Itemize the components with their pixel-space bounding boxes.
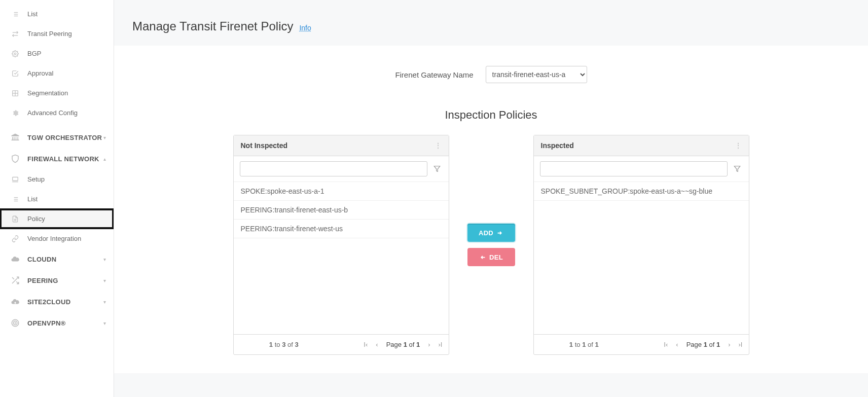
panel-body: SPOKE_SUBNET_GROUP:spoke-east-us-a~~sg-b… — [534, 182, 749, 334]
page-first-button[interactable]: I‹ — [662, 340, 670, 349]
link-icon — [9, 235, 21, 242]
inspected-panel: Inspected ⋮ SPOKE_SUBNET_GROUP:spoke-eas… — [533, 135, 749, 355]
chevron-down-icon: ▾ — [103, 278, 106, 283]
transfer-buttons: ADD ➜ ➜ DEL — [467, 135, 515, 355]
drag-handle-icon[interactable]: ⋮ — [435, 141, 442, 150]
shuffle-icon — [9, 276, 21, 285]
sidebar-item-setup[interactable]: Setup — [0, 169, 114, 189]
sidebar-section-tgw-orchestrator[interactable]: TGW ORCHESTRATOR ▾ — [0, 127, 114, 148]
sidebar-item-label: Advanced Config — [27, 109, 106, 117]
sidebar-item-label: Approval — [27, 69, 106, 77]
del-button[interactable]: ➜ DEL — [467, 248, 515, 266]
panel-header: Not Inspected ⋮ — [234, 135, 449, 156]
sidebar-item-list[interactable]: List — [0, 4, 114, 24]
drag-handle-icon[interactable]: ⋮ — [735, 141, 742, 150]
page-indicator: Page 1 of 1 — [684, 340, 722, 349]
page-indicator: Page 1 of 1 — [384, 340, 422, 349]
page-next-button[interactable]: › — [726, 340, 732, 349]
sidebar-section-cloudn[interactable]: CLOUDN ▾ — [0, 248, 114, 270]
chevron-down-icon: ▾ — [103, 299, 106, 305]
page-title: Manage Transit Firenet Policy — [132, 19, 293, 33]
sidebar-item-fw-list[interactable]: List — [0, 189, 114, 209]
sidebar-item-label: Setup — [27, 175, 106, 183]
info-link[interactable]: Info — [299, 24, 311, 32]
chevron-up-icon: ▴ — [103, 156, 106, 162]
sidebar-section-label: FIREWALL NETWORK — [27, 155, 103, 163]
sidebar-section-firewall-network[interactable]: FIREWALL NETWORK ▴ — [0, 148, 114, 169]
laptop-icon — [9, 176, 21, 183]
range-text: 1 to 1 of 1 — [569, 341, 599, 348]
sidebar-section-label: CLOUDN — [27, 256, 103, 263]
pager: I‹ ‹ Page 1 of 1 › ›I — [361, 340, 444, 349]
list-item[interactable]: PEERING:transit-firenet-west-us — [234, 220, 449, 238]
sidebar-item-label: Segmentation — [27, 89, 106, 97]
gateway-select[interactable]: transit-firenet-east-us-a — [486, 66, 587, 83]
panel-title: Inspected — [541, 141, 574, 150]
list-item[interactable]: PEERING:transit-firenet-east-us-b — [234, 201, 449, 220]
cloud-up-icon — [9, 297, 21, 306]
sidebar-item-advanced-config[interactable]: Advanced Config — [0, 103, 114, 123]
gear-outline-icon — [9, 50, 21, 57]
filter-input-left[interactable] — [240, 161, 427, 176]
sidebar-item-vendor-integration[interactable]: Vendor Integration — [0, 229, 114, 248]
policies-row: Not Inspected ⋮ SPOKE:spoke-east-us-a-1 … — [132, 135, 850, 355]
page-prev-button[interactable]: ‹ — [374, 340, 380, 349]
chevron-down-icon: ▾ — [103, 257, 106, 262]
target-icon — [9, 318, 21, 328]
page-last-button[interactable]: ›I — [737, 340, 745, 349]
sidebar-item-label: BGP — [27, 50, 106, 57]
arrow-right-icon: ➜ — [496, 229, 503, 236]
list-item[interactable]: SPOKE:spoke-east-us-a-1 — [234, 182, 449, 201]
sidebar-item-policy[interactable]: Policy — [0, 209, 114, 229]
sidebar-section-label: PEERING — [27, 277, 103, 284]
page-first-button[interactable]: I‹ — [361, 340, 370, 349]
arrow-left-icon: ➜ — [479, 254, 486, 261]
add-button[interactable]: ADD ➜ — [467, 224, 515, 242]
sidebar-item-approval[interactable]: Approval — [0, 63, 114, 83]
sidebar-section-peering[interactable]: PEERING ▾ — [0, 270, 114, 291]
sidebar-item-label: Policy — [27, 215, 106, 223]
section-title: Inspection Policies — [132, 109, 850, 122]
page-last-button[interactable]: ›I — [437, 340, 445, 349]
svg-marker-27 — [734, 166, 740, 172]
filter-input-right[interactable] — [540, 161, 728, 176]
sidebar-item-segmentation[interactable]: Segmentation — [0, 83, 114, 103]
panel-title: Not Inspected — [241, 141, 288, 150]
list-item[interactable]: SPOKE_SUBNET_GROUP:spoke-east-us-a~~sg-b… — [534, 182, 749, 201]
sidebar-section-label: OPENVPN® — [27, 319, 103, 327]
gateway-selector-row: Firenet Gateway Name transit-firenet-eas… — [132, 66, 850, 83]
panel-header: Inspected ⋮ — [534, 135, 749, 156]
sidebar-item-transit-peering[interactable]: Transit Peering — [0, 24, 114, 44]
sidebar-item-label: Vendor Integration — [27, 235, 106, 242]
svg-line-22 — [12, 277, 14, 279]
svg-point-25 — [15, 322, 16, 323]
not-inspected-panel: Not Inspected ⋮ SPOKE:spoke-east-us-a-1 … — [233, 135, 449, 355]
document-icon — [9, 215, 21, 223]
chevron-down-icon: ▾ — [103, 135, 106, 140]
shield-icon — [9, 154, 21, 163]
page-next-button[interactable]: › — [426, 340, 432, 349]
sidebar-item-label: List — [27, 10, 106, 18]
filter-icon[interactable] — [732, 163, 743, 174]
sidebar-section-label: SITE2CLOUD — [27, 298, 103, 306]
gateway-label: Firenet Gateway Name — [395, 70, 473, 79]
list-icon — [9, 196, 21, 203]
del-button-label: DEL — [489, 254, 503, 261]
sidebar-item-label: Transit Peering — [27, 30, 106, 38]
panel-footer: 1 to 3 of 3 I‹ ‹ Page 1 of 1 › ›I — [234, 334, 449, 354]
sidebar: List Transit Peering BGP Approval Segmen… — [0, 0, 114, 397]
panel-footer: 1 to 1 of 1 I‹ ‹ Page 1 of 1 › ›I — [534, 334, 749, 354]
list-icon — [9, 11, 21, 18]
chevron-down-icon: ▾ — [103, 320, 106, 326]
svg-marker-26 — [434, 166, 440, 172]
sidebar-section-openvpn[interactable]: OPENVPN® ▾ — [0, 312, 114, 334]
svg-rect-10 — [13, 177, 18, 181]
panel-body: SPOKE:spoke-east-us-a-1 PEERING:transit-… — [234, 182, 449, 334]
svg-point-6 — [14, 53, 16, 55]
segment-icon — [9, 90, 21, 97]
page-prev-button[interactable]: ‹ — [674, 340, 680, 349]
sidebar-section-site2cloud[interactable]: SITE2CLOUD ▾ — [0, 291, 114, 312]
main-content: Manage Transit Firenet Policy Info Firen… — [114, 0, 868, 397]
filter-icon[interactable] — [431, 163, 443, 174]
sidebar-item-bgp[interactable]: BGP — [0, 44, 114, 63]
